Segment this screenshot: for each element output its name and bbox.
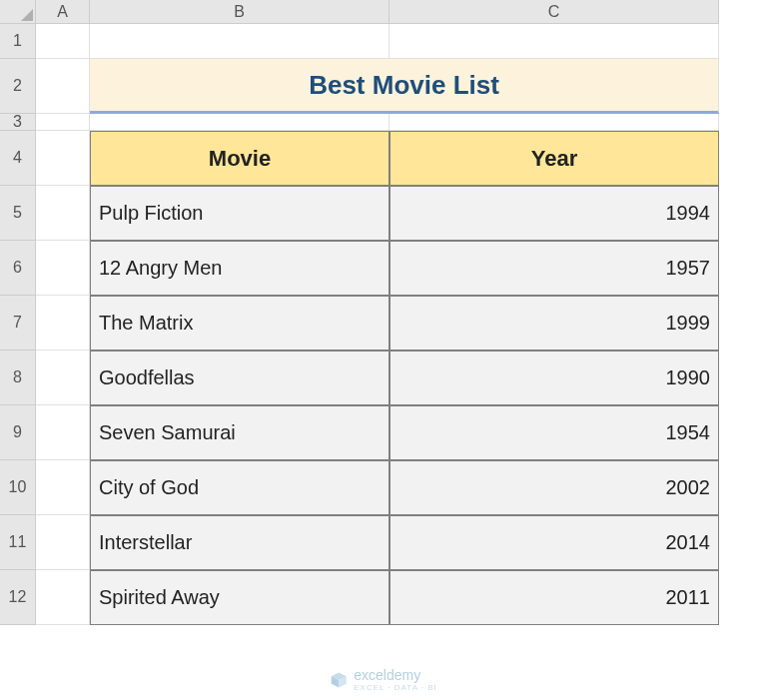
cell-movie[interactable]: 12 Angry Men (90, 241, 389, 296)
col-header-b[interactable]: B (90, 0, 389, 24)
cell-movie[interactable]: Spirited Away (90, 570, 389, 625)
row-header-4[interactable]: 4 (0, 131, 36, 186)
cell-a11[interactable] (36, 515, 90, 570)
cell-c3[interactable] (389, 114, 719, 131)
row-header-1[interactable]: 1 (0, 24, 36, 59)
spreadsheet: A B C 1 2 3 4 5 6 7 8 9 10 11 12 Best Mo… (0, 0, 767, 700)
title-cell[interactable]: Best Movie List (90, 59, 719, 114)
select-all-triangle-icon (21, 9, 33, 21)
column-headers: A B C (36, 0, 767, 24)
table-header-year[interactable]: Year (389, 131, 719, 186)
cell-a7[interactable] (36, 296, 90, 350)
cell-a10[interactable] (36, 460, 90, 515)
cell-a6[interactable] (36, 241, 90, 296)
row-header-10[interactable]: 10 (0, 460, 36, 515)
watermark: exceldemy EXCEL · DATA · BI (330, 667, 437, 692)
cell-b3[interactable] (90, 114, 389, 131)
row-headers: 1 2 3 4 5 6 7 8 9 10 11 12 (0, 24, 36, 625)
cell-b1[interactable] (90, 24, 389, 59)
cell-a5[interactable] (36, 186, 90, 241)
cell-year[interactable]: 1957 (389, 241, 719, 296)
cell-a4[interactable] (36, 131, 90, 186)
svg-marker-0 (21, 9, 33, 21)
cell-movie[interactable]: Interstellar (90, 515, 389, 570)
watermark-brand: exceldemy (354, 667, 420, 683)
cell-year[interactable]: 1999 (389, 296, 719, 350)
watermark-cube-icon (330, 671, 348, 689)
cell-a2[interactable] (36, 59, 90, 114)
col-header-a[interactable]: A (36, 0, 90, 24)
cell-movie[interactable]: The Matrix (90, 296, 389, 350)
cell-year[interactable]: 1990 (389, 350, 719, 405)
cell-movie[interactable]: Pulp Fiction (90, 186, 389, 241)
row-header-12[interactable]: 12 (0, 570, 36, 625)
watermark-text: exceldemy EXCEL · DATA · BI (354, 667, 437, 692)
cell-a8[interactable] (36, 350, 90, 405)
select-all-corner[interactable] (0, 0, 36, 24)
row-header-2[interactable]: 2 (0, 59, 36, 114)
row-header-6[interactable]: 6 (0, 241, 36, 296)
col-header-c[interactable]: C (389, 0, 719, 24)
row-header-11[interactable]: 11 (0, 515, 36, 570)
cell-a9[interactable] (36, 405, 90, 460)
row-header-3[interactable]: 3 (0, 114, 36, 131)
cell-a1[interactable] (36, 24, 90, 59)
cell-movie[interactable]: Seven Samurai (90, 405, 389, 460)
cell-c1[interactable] (389, 24, 719, 59)
table-header-movie[interactable]: Movie (90, 131, 389, 186)
row-header-9[interactable]: 9 (0, 405, 36, 460)
cell-year[interactable]: 2014 (389, 515, 719, 570)
cell-year[interactable]: 1954 (389, 405, 719, 460)
cell-year[interactable]: 2011 (389, 570, 719, 625)
cell-movie[interactable]: Goodfellas (90, 350, 389, 405)
cell-year[interactable]: 1994 (389, 186, 719, 241)
cell-year[interactable]: 2002 (389, 460, 719, 515)
cell-a12[interactable] (36, 570, 90, 625)
row-header-7[interactable]: 7 (0, 296, 36, 350)
grid-area: Best Movie List Movie Year Pulp Fiction … (36, 24, 767, 700)
cell-movie[interactable]: City of God (90, 460, 389, 515)
row-header-8[interactable]: 8 (0, 350, 36, 405)
cell-a3[interactable] (36, 114, 90, 131)
row-header-5[interactable]: 5 (0, 186, 36, 241)
watermark-tagline: EXCEL · DATA · BI (354, 683, 437, 692)
